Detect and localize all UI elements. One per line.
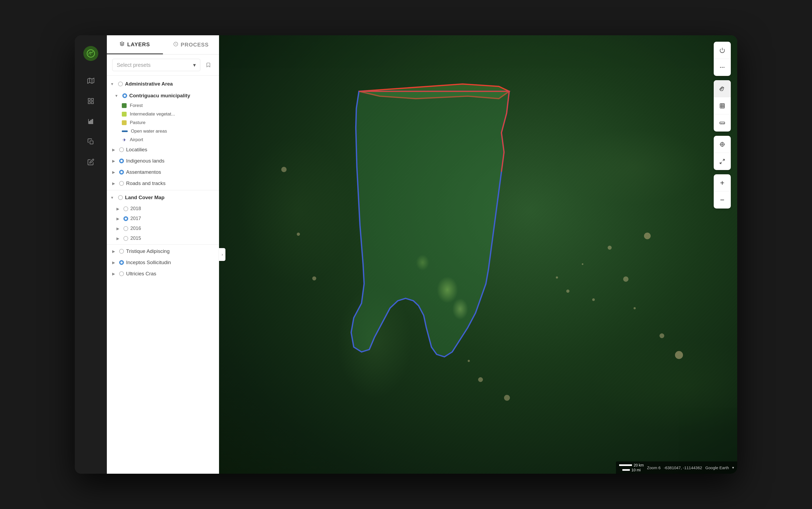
power-button[interactable] <box>714 42 731 59</box>
open-water-label: Open water areas <box>131 129 167 134</box>
roads-radio[interactable] <box>119 181 124 186</box>
edit-nav-icon[interactable] <box>85 156 97 168</box>
year-2017-item[interactable]: ▶ 2017 <box>107 213 219 224</box>
toolbar-spacer-1 <box>714 77 731 79</box>
tab-process[interactable]: PROCESS <box>163 35 219 54</box>
toolbar-group-1 <box>714 42 731 76</box>
layers-list: ▾ Administrative Area ▾ Contriguacu muni… <box>107 76 219 474</box>
zoom-label: Zoom 6 <box>647 466 661 470</box>
expand-ultricies-icon: ▶ <box>112 272 117 276</box>
contriguacu-header[interactable]: ▾ Contriguacu municipality <box>107 90 219 101</box>
year-2018-radio[interactable] <box>123 206 128 211</box>
airport-legend-item: ✈ Airport <box>122 136 219 144</box>
expand-tristique-icon: ▶ <box>112 249 117 253</box>
contriguacu-legend: Forest Intermediate vegetat... Pasture <box>107 101 219 144</box>
scale-bar: 20 km 10 mi <box>619 463 644 472</box>
grid-nav-icon[interactable] <box>85 95 97 107</box>
contriguacu-group: ▾ Contriguacu municipality Forest <box>107 90 219 144</box>
indigenous-item[interactable]: ▶ Indigenous lands <box>107 155 219 167</box>
measure-button[interactable] <box>714 114 731 132</box>
zoom-out-button[interactable]: − <box>714 192 731 208</box>
fullscreen-button[interactable] <box>714 153 731 170</box>
hand-tool-button[interactable] <box>714 80 731 97</box>
panel-tabs: LAYERS PROCESS <box>107 35 219 55</box>
expand-administrative-icon: ▾ <box>111 82 116 86</box>
source-dropdown-icon[interactable]: ▾ <box>732 466 734 470</box>
svg-point-15 <box>722 67 723 68</box>
inceptos-radio[interactable] <box>119 260 124 265</box>
tristique-radio[interactable] <box>119 249 124 254</box>
svg-point-0 <box>87 50 95 57</box>
land-cover-header[interactable]: ▾ Land Cover Map <box>107 192 219 204</box>
app-logo[interactable] <box>83 46 98 61</box>
territory-svg <box>219 35 737 474</box>
land-cover-children: ▶ 2018 ▶ 2017 ▶ 2016 <box>107 204 219 243</box>
contriguacu-label: Contriguacu municipality <box>129 93 190 99</box>
toolbar-group-4: + − <box>714 174 731 208</box>
pasture-label: Pasture <box>130 120 146 125</box>
year-2015-radio[interactable] <box>123 236 128 241</box>
year-2018-item[interactable]: ▶ 2018 <box>107 204 219 213</box>
zoom-in-button[interactable]: + <box>714 174 731 192</box>
tab-layers[interactable]: LAYERS <box>107 35 163 54</box>
contriguacu-radio[interactable] <box>122 93 127 98</box>
layer-group-administrative: ▾ Administrative Area ▾ Contriguacu muni… <box>107 78 219 189</box>
bookmark-button[interactable] <box>203 60 214 70</box>
main-content: LAYERS PROCESS Select presets ▾ <box>107 35 737 474</box>
presets-value: Select presets <box>117 62 151 68</box>
svg-rect-7 <box>89 122 90 124</box>
open-water-legend-item: Open water areas <box>122 127 219 136</box>
localities-label: Locatilies <box>126 147 147 152</box>
map-statusbar: 20 km 10 mi Zoom 6 -6381047, -11144362 G… <box>616 462 737 474</box>
expand-localities-icon: ▶ <box>112 147 117 152</box>
copy-nav-icon[interactable] <box>85 136 97 147</box>
localities-radio[interactable] <box>119 147 124 152</box>
administrative-radio[interactable] <box>118 81 123 86</box>
assentamentos-item[interactable]: ▶ Assentamentos <box>107 167 219 178</box>
airport-label: Airport <box>130 137 143 142</box>
tristique-item[interactable]: ▶ Tristique Adipiscing <box>107 246 219 257</box>
year-2016-radio[interactable] <box>123 226 128 231</box>
svg-rect-4 <box>91 102 94 104</box>
svg-rect-3 <box>88 102 90 104</box>
administrative-area-header[interactable]: ▾ Administrative Area <box>107 78 219 90</box>
presets-select[interactable]: Select presets ▾ <box>112 59 200 71</box>
chevron-down-icon: ▾ <box>193 62 196 68</box>
locate-button[interactable] <box>714 136 731 153</box>
roads-item[interactable]: ▶ Roads and tracks <box>107 178 219 189</box>
map-source-label: Google Earth <box>705 466 729 470</box>
localities-item[interactable]: ▶ Locatilies <box>107 144 219 155</box>
more-button[interactable] <box>714 59 731 76</box>
forest-color-swatch <box>122 103 126 108</box>
chart-nav-icon[interactable] <box>85 115 97 127</box>
assentamentos-radio[interactable] <box>119 170 124 175</box>
land-cover-radio[interactable] <box>118 195 123 200</box>
frame-button[interactable] <box>714 97 731 114</box>
coordinates-label: -6381047, -11144362 <box>664 466 702 470</box>
layer-group-land-cover: ▾ Land Cover Map ▶ 2018 ▶ 20 <box>107 192 219 243</box>
year-2015-item[interactable]: ▶ 2015 <box>107 233 219 243</box>
ultricies-label: Ultricies Cras <box>126 271 156 277</box>
forest-label: Forest <box>130 103 143 108</box>
svg-point-28 <box>721 142 725 146</box>
year-2017-radio[interactable] <box>123 216 128 221</box>
expand-contriguacu-icon: ▾ <box>115 94 120 98</box>
divider-2 <box>107 244 219 245</box>
toolbar-group-3 <box>714 136 731 170</box>
expand-assentamentos-icon: ▶ <box>112 170 117 174</box>
year-2015-label: 2015 <box>131 236 141 241</box>
expand-land-cover-icon: ▾ <box>111 195 116 200</box>
map-nav-icon[interactable] <box>85 75 97 87</box>
ultricies-radio[interactable] <box>119 271 124 276</box>
collapse-sidebar-button[interactable]: › <box>219 248 225 261</box>
ultricies-item[interactable]: ▶ Ultricies Cras <box>107 268 219 279</box>
indigenous-radio[interactable] <box>119 159 124 163</box>
expand-2018-icon: ▶ <box>116 207 121 211</box>
airport-icon: ✈ <box>122 137 126 142</box>
expand-2016-icon: ▶ <box>116 227 121 231</box>
layers-tab-icon <box>120 41 124 47</box>
year-2016-label: 2016 <box>131 226 141 231</box>
year-2016-item[interactable]: ▶ 2016 <box>107 224 219 233</box>
map-area[interactable]: + − 20 km 10 mi <box>219 35 737 474</box>
inceptos-item[interactable]: ▶ Inceptos Sollicitudin <box>107 257 219 268</box>
